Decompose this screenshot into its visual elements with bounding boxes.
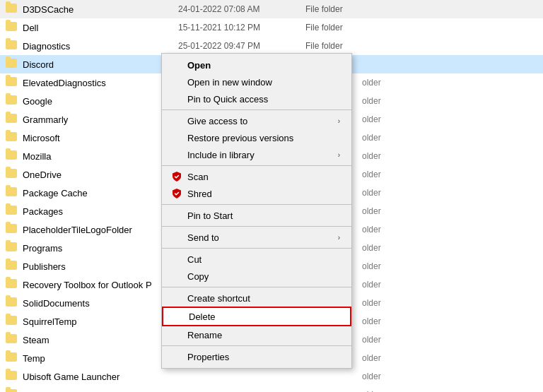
menu-item-send-to[interactable]: Send to› <box>162 229 351 246</box>
file-name: D3DSCache <box>23 4 178 15</box>
file-name: Programs <box>23 243 178 254</box>
file-type-partial: older <box>362 114 537 124</box>
file-type-partial: older <box>362 353 537 363</box>
menu-item-rename[interactable]: Rename <box>162 326 351 343</box>
menu-item-label: Give access to <box>187 116 338 126</box>
menu-item-shred[interactable]: Shred <box>162 185 351 202</box>
folder-icon <box>6 4 17 13</box>
folder-icon <box>6 114 17 123</box>
menu-icon-spacer <box>170 254 183 265</box>
folder-icon <box>6 77 17 86</box>
folder-icon <box>6 169 17 178</box>
folder-icon <box>6 206 17 215</box>
file-date: 24-01-2022 07:08 AM <box>178 4 305 14</box>
folder-icon <box>6 334 17 343</box>
menu-separator <box>162 287 351 287</box>
file-type-partial: older <box>362 170 537 179</box>
file-row[interactable]: Ubisoft Game Launcherolder <box>0 367 543 386</box>
menu-separator <box>162 226 351 227</box>
folder-icon <box>6 371 17 380</box>
folder-icon <box>6 187 17 196</box>
menu-item-label: Send to <box>187 232 338 243</box>
file-name: Diagnostics <box>23 41 178 52</box>
menu-item-pin-quick-access[interactable]: Pin to Quick access <box>162 90 351 107</box>
menu-item-delete[interactable]: Delete <box>162 307 351 326</box>
file-type-partial: older <box>362 151 537 161</box>
file-type-partial: older <box>362 188 537 198</box>
file-name: Ubisoft Game Launcher <box>23 372 178 382</box>
menu-item-label: Cut <box>187 254 340 265</box>
file-type-partial: older <box>362 335 537 345</box>
menu-item-open-new-window[interactable]: Open in new window <box>162 73 351 90</box>
menu-item-cut[interactable]: Cut <box>162 251 351 268</box>
menu-item-create-shortcut[interactable]: Create shortcut <box>162 290 351 307</box>
menu-item-include-library[interactable]: Include in library› <box>162 146 351 163</box>
file-name: Discord <box>23 59 178 70</box>
file-date: 15-11-2021 10:12 PM <box>178 23 305 32</box>
file-row[interactable]: D3DSCache24-01-2022 07:08 AMFile folder <box>0 0 543 18</box>
menu-icon-spacer <box>170 59 183 71</box>
file-name: Recovery Toolbox for Outlook P <box>23 280 178 290</box>
menu-icon-spacer <box>170 329 183 340</box>
menu-item-label: Pin to Start <box>187 210 340 221</box>
file-type-partial: older <box>362 243 537 253</box>
file-date: 25-01-2022 09:47 PM <box>178 41 305 51</box>
menu-icon-spacer <box>170 210 183 221</box>
menu-item-label: Copy <box>187 271 340 282</box>
menu-item-label: Pin to Quick access <box>187 94 340 105</box>
folder-icon <box>6 40 17 49</box>
menu-icon-spacer <box>170 132 183 143</box>
folder-icon <box>6 150 17 160</box>
context-menu: OpenOpen in new windowPin to Quick acces… <box>161 53 352 369</box>
menu-item-pin-start[interactable]: Pin to Start <box>162 207 351 224</box>
file-type: File folder <box>305 4 537 14</box>
file-name: Temp <box>23 353 178 364</box>
menu-item-restore-versions[interactable]: Restore previous versions <box>162 129 351 146</box>
file-name: Google <box>23 96 178 107</box>
file-name: Publishers <box>23 261 178 272</box>
shield-icon <box>170 171 183 182</box>
submenu-arrow-icon: › <box>338 117 340 125</box>
file-name: PlaceholderTileLogoFolder <box>23 225 178 235</box>
file-name: Mozilla <box>23 151 178 162</box>
file-type-partial: older <box>362 280 537 290</box>
file-type-partial: older <box>362 133 537 143</box>
menu-icon-spacer <box>172 311 185 322</box>
folder-icon <box>6 95 17 105</box>
file-row[interactable]: Dell15-11-2021 10:12 PMFile folder <box>0 18 543 37</box>
menu-item-scan[interactable]: Scan <box>162 168 351 185</box>
file-name: Dell <box>23 23 178 33</box>
submenu-arrow-icon: › <box>338 151 340 159</box>
file-name: ElevatedDiagnostics <box>23 78 178 88</box>
menu-separator <box>162 204 351 205</box>
menu-separator <box>162 109 351 110</box>
menu-item-open[interactable]: Open <box>162 57 351 73</box>
menu-item-label: Rename <box>187 330 340 340</box>
file-type-partial: older <box>362 261 537 271</box>
menu-item-copy[interactable]: Copy <box>162 268 351 285</box>
folder-icon <box>6 132 17 141</box>
file-row[interactable]: VirtualStoreolder <box>0 386 543 392</box>
file-name: Microsoft <box>23 133 178 143</box>
folder-icon <box>6 59 17 68</box>
file-name: Grammarly <box>23 114 178 125</box>
file-type-partial: older <box>362 372 537 381</box>
folder-icon <box>6 352 17 362</box>
submenu-arrow-icon: › <box>338 234 340 242</box>
menu-item-label: Open in new window <box>187 77 340 88</box>
menu-icon-spacer <box>170 292 183 304</box>
folder-icon <box>6 279 17 288</box>
file-name: Steam <box>23 335 178 345</box>
menu-icon-spacer <box>170 76 183 88</box>
menu-icon-spacer <box>170 271 183 282</box>
file-type-partial: older <box>362 96 537 106</box>
folder-icon <box>6 316 17 325</box>
menu-item-give-access[interactable]: Give access to› <box>162 112 351 129</box>
file-name: OneDrive <box>23 170 178 180</box>
menu-item-label: Include in library <box>187 150 338 160</box>
file-type: File folder <box>305 23 537 32</box>
menu-item-properties[interactable]: Properties <box>162 348 351 365</box>
folder-icon <box>6 389 17 392</box>
folder-icon <box>6 261 17 270</box>
menu-item-label: Delete <box>189 311 339 322</box>
